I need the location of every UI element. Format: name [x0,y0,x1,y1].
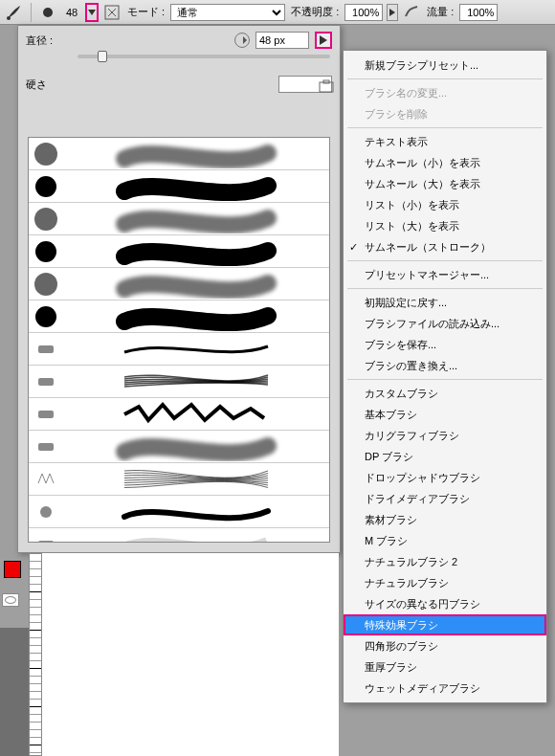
brush-preset-row[interactable] [29,431,329,463]
menu-item[interactable]: M ブラシ [344,530,546,551]
brush-tip-icon [29,140,63,168]
panel-flyout-button[interactable] [315,32,332,49]
menu-item: ブラシ名の変更... [344,82,546,103]
hardness-label: 硬さ [26,78,47,92]
menu-item[interactable]: ナチュラルブラシ 2 [344,551,546,572]
brush-preset-row[interactable] [29,300,329,333]
menu-item[interactable]: サイズの異なる円ブラシ [344,593,546,614]
brush-tip-icon [29,335,63,364]
brush-preset-panel: 直径 : 硬さ [17,25,341,553]
menu-item[interactable]: DP ブラシ [344,446,546,467]
menu-item[interactable]: ドライメディアブラシ [344,488,546,509]
pressure-opacity-icon[interactable] [402,5,421,20]
menu-item[interactable]: サムネール（ストローク） [344,236,546,257]
tool-palette-bg [0,628,29,756]
brush-stroke-preview [63,335,329,364]
menu-item[interactable]: ナチュラルブラシ [344,572,546,593]
svg-point-15 [40,506,52,518]
svg-rect-11 [38,345,54,353]
brush-stroke-preview [63,367,329,396]
brush-flyout-menu: 新規ブラシプリセット...ブラシ名の変更...ブラシを削除テキスト表示サムネール… [343,50,547,703]
brush-preset-row[interactable] [29,203,329,235]
diameter-slider[interactable] [18,55,340,72]
brush-tip-icon [29,433,63,461]
menu-item[interactable]: 重厚ブラシ [344,656,546,678]
opacity-label: 不透明度 : [289,5,341,19]
brush-stroke-preview [63,270,329,299]
brush-stroke-preview [63,530,329,544]
svg-rect-13 [38,411,54,418]
svg-point-1 [43,8,53,17]
brush-tip-icon [29,302,63,331]
menu-item[interactable]: 初期設定に戻す... [344,292,546,313]
vertical-ruler [29,553,42,756]
brush-preset-row[interactable] [29,268,329,300]
menu-item[interactable]: 素材ブラシ [344,509,546,530]
canvas-area[interactable] [42,553,339,756]
brush-stroke-preview [63,140,329,168]
brush-preset-row[interactable] [29,235,329,268]
svg-point-9 [34,273,57,296]
brush-preset-row[interactable] [29,366,329,398]
opacity-arrow-icon[interactable] [387,4,398,21]
brush-preset-row[interactable] [29,463,329,496]
menu-item[interactable]: リスト（大）を表示 [344,215,546,236]
foreground-color-swatch[interactable] [4,561,21,578]
menu-item[interactable]: 新規ブラシプリセット... [344,55,546,76]
menu-item[interactable]: テキスト表示 [344,131,546,152]
menu-item[interactable]: プリセットマネージャー... [344,264,546,285]
brush-tip-icon [29,400,63,429]
svg-point-5 [34,143,57,166]
brush-tool-icon[interactable] [4,3,25,22]
menu-item[interactable]: リスト（小）を表示 [344,194,546,215]
svg-rect-14 [38,443,54,451]
reset-size-icon[interactable] [234,33,250,48]
brush-preset-dropdown[interactable] [85,3,99,22]
brush-stroke-preview [63,433,329,461]
menu-item[interactable]: ブラシの置き換え... [344,355,546,376]
menu-item[interactable]: ブラシを保存... [344,334,546,355]
brush-tip-icon [29,237,63,266]
svg-point-10 [35,306,56,327]
menu-item[interactable]: カスタムブラシ [344,383,546,404]
diameter-input[interactable] [255,32,309,49]
brush-tip-icon [29,465,63,494]
brush-preset-row[interactable] [29,333,329,366]
svg-point-0 [7,16,11,20]
svg-rect-16 [38,541,54,544]
brush-preset-row[interactable] [29,398,329,431]
menu-item[interactable]: 四角形のブラシ [344,635,546,656]
brush-stroke-preview [63,498,329,526]
brush-tip-icon [29,530,63,544]
menu-item[interactable]: サムネール（小）を表示 [344,152,546,173]
menu-item[interactable]: カリグラフィブラシ [344,425,546,446]
flow-input[interactable] [459,4,498,21]
brush-size-display: 48 [62,7,81,18]
brush-tip-icon [29,367,63,396]
brush-stroke-preview [63,302,329,331]
menu-item[interactable]: ブラシファイルの読み込み... [344,313,546,334]
menu-item[interactable]: サムネール（大）を表示 [344,173,546,194]
brush-preset-row[interactable] [29,170,329,203]
menu-item[interactable]: ドロップシャドウブラシ [344,467,546,488]
brush-tip-icon [29,205,63,233]
svg-rect-12 [38,378,54,386]
menu-item[interactable]: 特殊効果ブラシ [344,614,546,635]
brush-panel-toggle-icon[interactable] [102,3,122,22]
menu-item[interactable]: ウェットメディアブラシ [344,678,546,699]
new-preset-icon[interactable] [319,79,334,93]
brush-preset-row[interactable] [29,528,329,543]
menu-item[interactable]: 基本ブラシ [344,404,546,425]
brush-stroke-preview [63,237,329,266]
mode-label: モード : [125,5,166,19]
brush-stroke-preview [63,172,329,201]
blend-mode-select[interactable]: 通常 [170,4,285,21]
brush-stroke-list[interactable] [28,137,330,543]
quickmask-icon[interactable] [2,593,19,607]
opacity-input[interactable] [344,4,383,21]
brush-preset-row[interactable] [29,496,329,528]
brush-stroke-preview [63,465,329,494]
menu-item: ブラシを削除 [344,103,546,124]
svg-point-8 [35,241,56,262]
brush-preset-row[interactable] [29,138,329,170]
